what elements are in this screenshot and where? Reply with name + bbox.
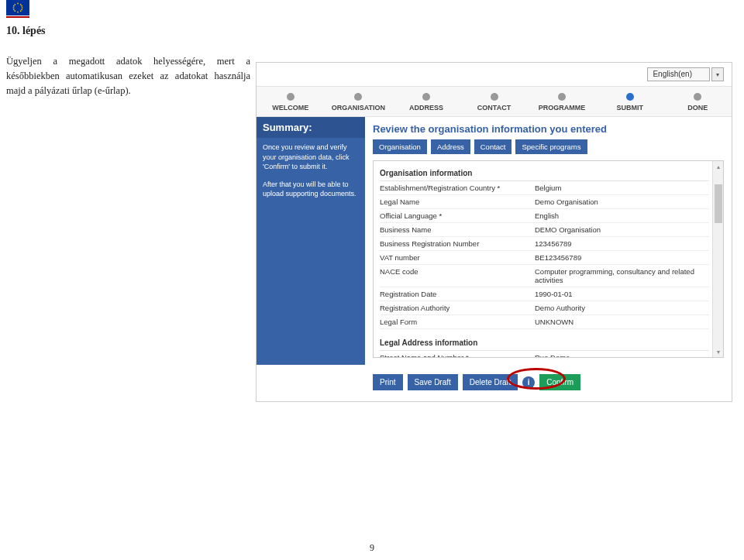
svg-point-3 (13, 7, 15, 9)
save-draft-button[interactable]: Save Draft (408, 374, 458, 390)
field-value: BE123456789 (535, 253, 709, 262)
field-value: 1990-01-01 (535, 290, 709, 298)
step-dot (287, 93, 294, 101)
field-label: Official Language * (380, 211, 535, 220)
step-label: ORGANISATION (332, 104, 385, 112)
language-select[interactable]: English(en) (647, 67, 710, 81)
step-label: ADDRESS (409, 104, 443, 112)
section-org-info: Organisation information (380, 166, 709, 181)
field-value: DEMO Organisation (535, 225, 709, 234)
step-label: SUBMIT (616, 104, 643, 112)
section-chips: Organisation Address Contact Specific pr… (373, 139, 724, 154)
svg-point-4 (22, 7, 23, 9)
step-label: DONE (687, 104, 708, 112)
info-row: Legal FormUNKNOWN (380, 315, 709, 329)
svg-point-10 (21, 5, 22, 7)
field-label: VAT number (380, 253, 535, 262)
step-dot (558, 93, 566, 101)
step-dot (626, 93, 634, 101)
footer-buttons: Print Save Draft Delete Draft i Confirm (257, 365, 732, 401)
field-label: Legal Name (380, 198, 535, 206)
field-label: Establishment/Registration Country * (380, 184, 535, 192)
sidebar-title: Summary: (257, 117, 365, 138)
language-bar: English(en) ▾ (257, 63, 732, 86)
info-row: Street Name and Number *Rue Demo (380, 351, 709, 358)
field-value: UNKNOWN (535, 318, 709, 326)
info-row: Establishment/Registration Country *Belg… (380, 181, 709, 195)
field-label: Registration Date (380, 290, 535, 298)
highlight-oval (507, 368, 566, 390)
info-row: Business NameDEMO Organisation (380, 223, 709, 237)
step-programme[interactable]: PROGRAMME (528, 87, 596, 116)
review-scrollbox: ▴ ▾ Organisation information Establishme… (373, 160, 724, 358)
info-row: VAT numberBE123456789 (380, 251, 709, 265)
info-row: Registration AuthorityDemo Authority (380, 301, 709, 315)
field-label: Business Registration Number (380, 239, 535, 248)
scrollbar[interactable]: ▴ ▾ (712, 161, 723, 357)
field-value: Demo Authority (535, 304, 709, 312)
step-submit[interactable]: SUBMIT (596, 87, 664, 116)
scroll-up-icon[interactable]: ▴ (713, 161, 723, 172)
svg-point-2 (17, 12, 19, 13)
step-label: WELCOME (272, 104, 308, 112)
field-value: English (535, 211, 709, 220)
chip-contact[interactable]: Contact (474, 139, 512, 154)
field-label: NACE code (380, 267, 535, 284)
sidebar-text-2: After that you will be able to upload su… (263, 180, 359, 199)
field-value: Belgium (535, 184, 709, 192)
info-row: Business Registration Number123456789 (380, 237, 709, 251)
app-screenshot: English(en) ▾ WELCOME ORGANISATION ADDRE… (256, 62, 732, 402)
step-label: PROGRAMME (539, 104, 586, 112)
svg-point-12 (21, 9, 22, 10)
info-row: Official Language *English (380, 209, 709, 223)
wizard-steps: WELCOME ORGANISATION ADDRESS CONTACT PRO… (257, 86, 732, 117)
step-heading: 10. lépés (6, 25, 46, 37)
field-label: Legal Form (380, 318, 535, 326)
section-legal-address: Legal Address information (380, 335, 709, 351)
content-title: Review the organisation information you … (373, 123, 724, 135)
step-dot (354, 93, 362, 101)
svg-point-5 (14, 4, 16, 5)
step-contact[interactable]: CONTACT (460, 87, 529, 116)
svg-rect-0 (7, 1, 29, 15)
step-welcome[interactable]: WELCOME (257, 87, 325, 116)
chip-organisation[interactable]: Organisation (373, 139, 427, 154)
info-row: Legal NameDemo Organisation (380, 195, 709, 209)
field-label: Registration Authority (380, 304, 535, 312)
language-apply-button[interactable]: ▾ (711, 67, 724, 81)
info-row: Registration Date1990-01-01 (380, 287, 709, 301)
instruction-text: Ügyeljen a megadott adatok helyességére,… (6, 54, 250, 98)
content-panel: Review the organisation information you … (365, 117, 732, 365)
svg-point-8 (20, 10, 22, 12)
step-dot (491, 93, 498, 101)
scroll-down-icon[interactable]: ▾ (713, 346, 723, 357)
scroll-thumb[interactable] (715, 184, 722, 223)
field-value: Rue Demo (535, 353, 709, 358)
step-label: CONTACT (477, 104, 511, 112)
eu-flag (6, 0, 29, 15)
field-value: Computer programming, consultancy and re… (535, 267, 709, 284)
chip-address[interactable]: Address (431, 139, 470, 154)
step-dot (694, 93, 701, 101)
svg-point-1 (17, 3, 19, 5)
svg-point-7 (14, 10, 16, 12)
info-row: NACE codeComputer programming, consultan… (380, 265, 709, 287)
step-done[interactable]: DONE (663, 87, 732, 116)
step-address[interactable]: ADDRESS (392, 87, 460, 116)
step-organisation[interactable]: ORGANISATION (325, 87, 393, 116)
print-button[interactable]: Print (373, 374, 403, 390)
step-dot (422, 93, 430, 101)
flag-underline (6, 16, 29, 18)
field-label: Street Name and Number * (380, 353, 535, 358)
svg-point-9 (13, 5, 15, 7)
field-value: Demo Organisation (535, 198, 709, 206)
field-value: 123456789 (535, 239, 709, 248)
summary-sidebar: Summary: Once you review and verify your… (257, 117, 365, 365)
svg-point-11 (13, 9, 15, 10)
sidebar-text-1: Once you review and verify your organisa… (263, 143, 359, 172)
svg-point-6 (20, 4, 22, 5)
page-number: 9 (0, 542, 744, 554)
field-label: Business Name (380, 225, 535, 234)
chip-specific-programs[interactable]: Specific programs (515, 139, 587, 154)
